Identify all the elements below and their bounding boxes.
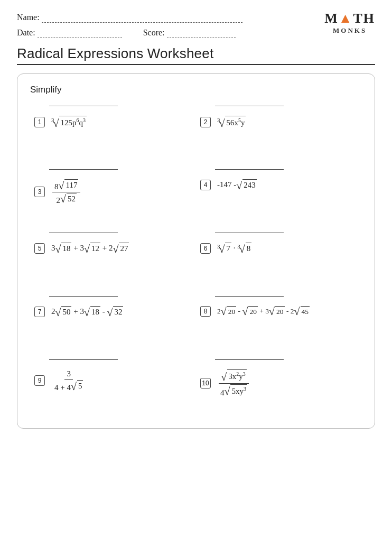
math-expr-7: 2√50 + 3√18 - √32 (51, 306, 123, 318)
problem-cell-3: 3 8√117 2√52 (30, 164, 196, 227)
problem-cell-2: 2 3√56x5y (196, 100, 362, 164)
prob-num-7: 7 (34, 307, 45, 317)
date-dash (38, 28, 122, 38)
math-expr-8: 2√20 - √20 + 3√20 - 2√45 (217, 306, 310, 317)
problem-row-9: 9 3 4 + 4√5 (34, 369, 192, 392)
prob-num-8: 8 (200, 306, 211, 317)
page-header: Name: Date: Score: M▲TH MONKS (17, 13, 375, 38)
prob-num-3: 3 (34, 187, 45, 197)
answer-line-8 (215, 296, 284, 297)
logo: M▲TH MONKS (324, 11, 375, 35)
problem-row-7: 7 2√50 + 3√18 - √32 (34, 306, 192, 318)
prob-num-1: 1 (34, 117, 45, 127)
score-dash (167, 28, 236, 38)
math-expr-2: 3√56x5y (217, 116, 246, 128)
name-label: Name: (17, 13, 40, 22)
problem-row-3: 3 8√117 2√52 (34, 179, 192, 205)
prob-num-4: 4 (200, 180, 211, 190)
problem-row-4: 4 -147 - √243 (200, 179, 358, 191)
problem-row-5: 5 3√18 + 3√12 + 2√27 (34, 243, 192, 254)
math-expr-9: 3 4 + 4√5 (51, 369, 86, 392)
header-left: Name: Date: Score: (17, 13, 324, 38)
logo-a-triangle: ▲ (339, 11, 353, 26)
problem-cell-1: 1 3√125p6q3 (30, 100, 196, 164)
date-label: Date: (17, 28, 122, 38)
prob-num-2: 2 (200, 117, 211, 127)
prob-num-5: 5 (34, 243, 45, 254)
logo-math: M▲TH (324, 11, 375, 26)
answer-line-3 (49, 169, 118, 170)
name-line: Name: (17, 13, 324, 23)
answer-line-10 (215, 359, 284, 360)
answer-line-1 (49, 106, 118, 106)
problem-cell-10: 10 √3x2y3 4√5xy3 (196, 354, 362, 418)
simplify-label: Simplify (30, 85, 362, 95)
problem-row-10: 10 √3x2y3 4√5xy3 (200, 369, 358, 397)
main-box: Simplify 1 3√125p6q3 2 3√56x5y (17, 73, 375, 429)
answer-line-7 (49, 296, 118, 297)
score-label: Score: (143, 28, 236, 38)
problem-row-6: 6 3√7 · 3√8 (200, 243, 358, 254)
problem-cell-5: 5 3√18 + 3√12 + 2√27 (30, 227, 196, 291)
prob-num-10: 10 (200, 378, 211, 388)
answer-line-2 (215, 106, 284, 106)
answer-line-4 (215, 169, 284, 170)
problem-cell-6: 6 3√7 · 3√8 (196, 227, 362, 291)
answer-line-5 (49, 233, 118, 233)
math-expr-10: √3x2y3 4√5xy3 (217, 369, 250, 397)
prob-num-6: 6 (200, 243, 211, 254)
answer-line-9 (49, 359, 118, 360)
math-expr-6: 3√7 · 3√8 (217, 243, 251, 254)
math-expr-4: -147 - √243 (217, 179, 257, 191)
problem-row-1: 1 3√125p6q3 (34, 116, 192, 128)
name-dash (42, 13, 242, 23)
answer-line-6 (215, 233, 284, 233)
problem-cell-4: 4 -147 - √243 (196, 164, 362, 227)
math-expr-5: 3√18 + 3√12 + 2√27 (51, 243, 129, 254)
worksheet-title: Radical Expressions Worksheet (17, 45, 375, 65)
problem-row-2: 2 3√56x5y (200, 116, 358, 128)
math-expr-3: 8√117 2√52 (51, 179, 81, 205)
date-score-line: Date: Score: (17, 28, 324, 38)
problems-grid: 1 3√125p6q3 2 3√56x5y 3 (30, 100, 362, 418)
logo-monks: MONKS (333, 26, 367, 35)
problem-cell-7: 7 2√50 + 3√18 - √32 (30, 291, 196, 354)
problem-row-8: 8 2√20 - √20 + 3√20 - 2√45 (200, 306, 358, 317)
prob-num-9: 9 (34, 375, 45, 386)
problem-cell-9: 9 3 4 + 4√5 (30, 354, 196, 418)
problem-cell-8: 8 2√20 - √20 + 3√20 - 2√45 (196, 291, 362, 354)
math-expr-1: 3√125p6q3 (51, 116, 87, 128)
